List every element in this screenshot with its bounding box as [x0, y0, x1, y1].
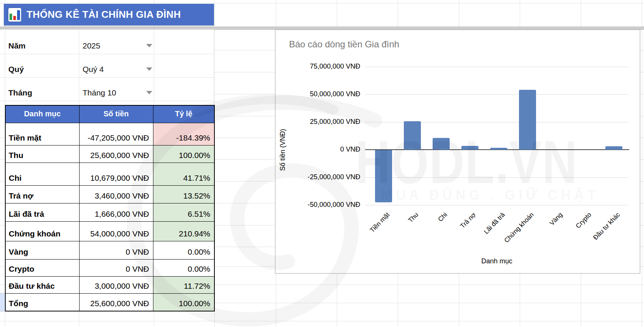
ratio-cell[interactable]: 6.51% [153, 203, 214, 221]
x-axis-label: Trả nợ [459, 211, 478, 230]
x-axis-label: Thu [407, 211, 420, 224]
quarter-dropdown[interactable]: Quý 4 [83, 65, 104, 74]
chart-gridline [365, 205, 628, 205]
amount-cell[interactable]: 0 VNĐ [79, 259, 153, 276]
amount-cell[interactable]: 25,600,000 VNĐ [79, 145, 153, 163]
ratio-cell[interactable]: 0.00% [153, 259, 214, 276]
column-header-amount[interactable]: Số tiền [79, 105, 153, 123]
ratio-cell[interactable]: 100.00% [153, 293, 214, 311]
table-row: Tiền mặt-47,205,000 VNĐ-184.39% [5, 123, 214, 145]
finance-table: Danh mục Số tiền Tỷ lệ Tiền mặt-47,205,0… [5, 105, 215, 311]
amount-cell[interactable]: 54,000,000 VNĐ [79, 221, 153, 241]
chart-gridline [365, 177, 628, 178]
table-row: Crypto0 VNĐ0.00% [5, 259, 214, 276]
table-row: Chi10,679,000 VNĐ41.71% [5, 163, 214, 185]
table-row: Chứng khoán54,000,000 VNĐ210.94% [5, 221, 214, 241]
chart-bar [375, 150, 392, 202]
category-cell[interactable]: Crypto [5, 259, 79, 276]
y-axis-tick-label: 0 VNĐ [275, 146, 360, 153]
amount-cell[interactable]: 1,666,000 VNĐ [79, 203, 153, 221]
chart-bar [461, 146, 478, 150]
category-cell[interactable]: Tiền mặt [5, 123, 79, 145]
x-axis-label: Tiền mặt [369, 211, 391, 234]
x-axis-label: Đầu tư khác [592, 211, 622, 242]
amount-cell[interactable]: 25,600,000 VNĐ [79, 293, 153, 311]
bar-chart-icon-green-bar [9, 14, 12, 20]
category-cell[interactable]: Vàng [5, 241, 79, 259]
chart-bar [404, 121, 421, 150]
amount-cell[interactable]: -47,205,000 VNĐ [79, 123, 153, 145]
gridline [0, 3, 644, 3]
chart-bar [605, 146, 622, 150]
chart-bar [433, 138, 450, 150]
quarter-filter-row: Quý Quý 4 [0, 54, 214, 77]
table-row: Thu25,600,000 VNĐ100.00% [5, 145, 214, 163]
chart-bar [519, 90, 536, 150]
table-row: Lãi đã trả1,666,000 VNĐ6.51% [5, 203, 214, 221]
ratio-cell[interactable]: 11.72% [153, 276, 214, 293]
month-dropdown[interactable]: Tháng 10 [83, 88, 116, 97]
x-axis-label: Crypto [574, 211, 593, 230]
table-header-row: Danh mục Số tiền Tỷ lệ [5, 105, 214, 123]
month-filter-row: Tháng Tháng 10 [0, 77, 214, 101]
table-row: Tổng25,600,000 VNĐ100.00% [5, 293, 214, 311]
y-axis-tick-label: 75,000,000 VNĐ [275, 63, 360, 70]
chevron-down-icon[interactable] [146, 67, 152, 71]
category-cell[interactable]: Chứng khoán [5, 221, 79, 241]
table-row: Đầu tư khác3,000,000 VNĐ11.72% [5, 276, 214, 293]
gridline [642, 0, 642, 327]
quarter-filter-label: Quý [8, 65, 24, 74]
page-title: THỐNG KÊ TÀI CHÍNH GIA ĐÌNH [27, 9, 181, 20]
category-cell[interactable]: Chi [5, 163, 79, 185]
month-filter-label: Tháng [8, 88, 32, 97]
chart-gridline [365, 94, 628, 95]
amount-cell[interactable]: 3,000,000 VNĐ [79, 276, 153, 293]
bar-chart-icon-blue-bar [17, 10, 20, 20]
chart-bar [490, 148, 507, 150]
x-axis-label: Chi [437, 211, 449, 223]
y-axis-tick-label: -25,000,000 VNĐ [275, 173, 360, 181]
table-row: Vàng0 VNĐ0.00% [5, 241, 214, 259]
chart-title: Báo cáo dòng tiền Gia đình [289, 39, 399, 50]
amount-cell[interactable]: 10,679,000 VNĐ [79, 163, 153, 185]
x-axis-label: Vàng [548, 211, 564, 227]
chevron-down-icon[interactable] [146, 44, 152, 47]
cashflow-chart-card[interactable]: Báo cáo dòng tiền Gia đình Số tiền (VNĐ)… [275, 30, 640, 274]
x-axis-label: Chứng khoán [503, 211, 535, 244]
filter-area: Năm 2025 Quý Quý 4 Tháng Tháng 10 [0, 30, 214, 105]
table-row: Trả nợ3,460,000 VNĐ13.52% [5, 185, 214, 203]
ratio-cell[interactable]: 100.00% [153, 145, 214, 163]
amount-cell[interactable]: 0 VNĐ [79, 241, 153, 259]
year-filter-row: Năm 2025 [0, 30, 214, 54]
year-filter-label: Năm [8, 41, 26, 50]
category-cell[interactable]: Thu [5, 145, 79, 163]
gridline [0, 101, 214, 101]
category-cell[interactable]: Tổng [5, 293, 79, 311]
ratio-cell[interactable]: -184.39% [153, 123, 214, 145]
category-cell[interactable]: Lãi đã trả [5, 203, 79, 221]
spreadsheet-canvas: THỐNG KÊ TÀI CHÍNH GIA ĐÌNH Năm 2025 Quý… [0, 0, 644, 327]
amount-cell[interactable]: 3,460,000 VNĐ [79, 185, 153, 203]
ratio-cell[interactable]: 41.71% [153, 163, 214, 185]
category-cell[interactable]: Trả nợ [5, 185, 79, 203]
ratio-cell[interactable]: 0.00% [153, 241, 214, 259]
year-dropdown[interactable]: 2025 [83, 41, 100, 50]
chart-gridline [365, 67, 628, 67]
chevron-down-icon[interactable] [146, 91, 152, 94]
y-axis-tick-label: 25,000,000 VNĐ [275, 118, 360, 126]
gridline [0, 321, 644, 321]
x-axis-label: Lãi đã trả [482, 211, 506, 236]
y-axis-tick-label: -50,000,000 VNĐ [275, 201, 360, 209]
bar-chart-icon [8, 8, 22, 22]
category-cell[interactable]: Đầu tư khác [5, 276, 79, 293]
column-header-ratio[interactable]: Tỷ lệ [153, 105, 214, 123]
bar-chart-icon-red-bar [13, 16, 16, 20]
y-axis-tick-label: 50,000,000 VNĐ [275, 90, 360, 98]
column-header-category[interactable]: Danh mục [5, 105, 79, 123]
row-header-highlight [0, 293, 5, 311]
sheet-title-banner[interactable]: THỐNG KÊ TÀI CHÍNH GIA ĐÌNH [4, 4, 214, 25]
ratio-cell[interactable]: 13.52% [153, 185, 214, 203]
ratio-cell[interactable]: 210.94% [153, 221, 214, 241]
x-axis-title: Danh mục [365, 257, 628, 265]
